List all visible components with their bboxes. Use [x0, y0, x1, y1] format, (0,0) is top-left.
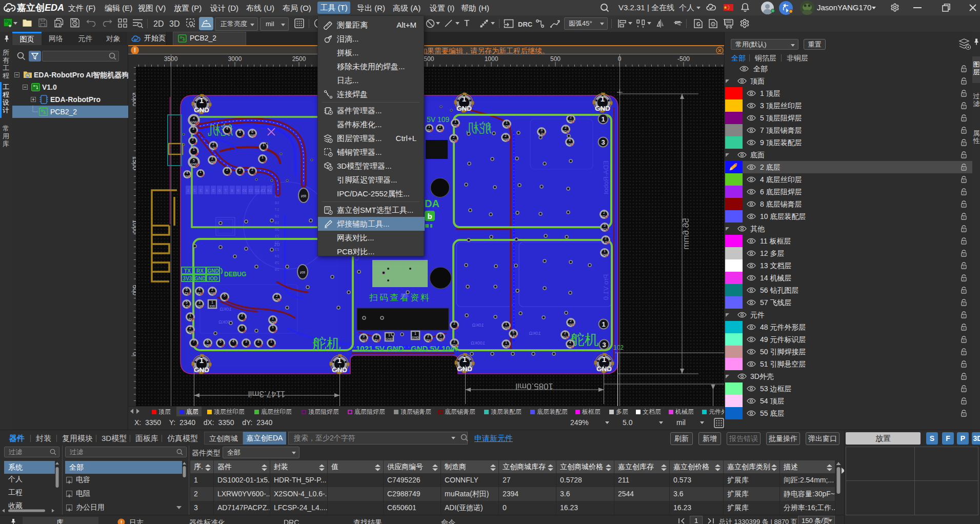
svg-text:U1: U1	[274, 242, 280, 247]
svg-text:TX: TX	[185, 292, 189, 295]
svg-text:2: 2	[211, 288, 213, 291]
svg-text:-500: -500	[677, 55, 690, 63]
svg-text:IOB: IOB	[274, 298, 279, 301]
svg-text:GND: GND	[209, 292, 216, 295]
svg-text:10KΩ: 10KΩ	[219, 307, 231, 312]
svg-text:1: 1	[272, 316, 274, 320]
svg-text:扫码查看资料: 扫码查看资料	[369, 293, 431, 303]
svg-text:GND: GND	[502, 138, 509, 141]
svg-text:1: 1	[463, 355, 467, 364]
svg-text:3V3: 3V3	[183, 276, 192, 281]
svg-text:SCL: SCL	[562, 335, 568, 338]
svg-text:1: 1	[454, 119, 456, 123]
svg-text:1: 1	[505, 340, 507, 344]
svg-text:1: 1	[414, 332, 416, 335]
svg-text:2: 2	[226, 168, 228, 171]
svg-text:1085.0mil: 1085.0mil	[515, 381, 553, 391]
svg-text:DA: DA	[425, 198, 439, 209]
svg-text:4: 4	[193, 116, 195, 120]
svg-text:1: 1	[187, 188, 189, 193]
svg-text:IOD: IOD	[209, 276, 218, 281]
svg-text:GND: GND	[386, 337, 393, 340]
svg-text:3: 3	[541, 128, 543, 132]
svg-text:23: 23	[274, 247, 279, 252]
svg-text:6: 6	[218, 188, 221, 193]
svg-text:1: 1	[199, 356, 204, 365]
svg-text:3: 3	[363, 334, 365, 338]
svg-text:1: 1	[241, 325, 243, 329]
svg-text:GND: GND	[184, 175, 191, 178]
svg-text:2: 2	[192, 137, 194, 141]
svg-text:GND: GND	[204, 344, 211, 347]
svg-text:2: 2	[453, 339, 455, 343]
svg-text:SDA: SDA	[601, 215, 607, 218]
svg-text:RN: RN	[300, 271, 305, 274]
svg-text:1: 1	[199, 96, 204, 105]
svg-text:2: 2	[570, 319, 572, 323]
svg-text:1: 1	[602, 355, 606, 364]
svg-text:RN: RN	[301, 194, 306, 198]
svg-text:IO21: IO21	[360, 338, 367, 341]
svg-text:2: 2	[564, 331, 566, 335]
svg-text:2: 2	[241, 313, 243, 317]
svg-text:14: 14	[267, 188, 272, 193]
svg-text:TX: TX	[184, 268, 191, 274]
svg-text:IOD: IOD	[210, 305, 215, 308]
svg-text:1: 1	[211, 300, 213, 304]
svg-text:56.6mm: 56.6mm	[681, 218, 691, 249]
svg-text:SCL: SCL	[602, 228, 608, 231]
svg-text:IO9: IO9	[437, 129, 443, 132]
svg-text:10: 10	[242, 188, 247, 193]
svg-text:3.3V: 3.3V	[184, 305, 190, 308]
svg-text:3: 3	[199, 188, 202, 193]
svg-text:5: 5	[239, 130, 241, 133]
svg-text:6: 6	[186, 288, 188, 291]
svg-text:100KΩ: 100KΩ	[471, 340, 485, 346]
svg-text:舵机: 舵机	[312, 336, 341, 352]
svg-text:2: 2	[505, 134, 507, 137]
svg-text:LN: LN	[211, 146, 215, 149]
svg-text:GND: GND	[503, 326, 510, 329]
svg-text:1: 1	[604, 249, 606, 253]
svg-text:25: 25	[274, 260, 279, 265]
svg-text:IO14: IO14	[567, 345, 574, 348]
svg-text:GND: GND	[457, 365, 472, 373]
svg-text:10KΩ: 10KΩ	[472, 323, 484, 328]
svg-text:2: 2	[375, 334, 377, 338]
svg-text:1: 1	[199, 170, 202, 173]
svg-text:GND: GND	[566, 143, 573, 146]
svg-text:RX: RX	[197, 292, 202, 295]
svg-text:!: !	[134, 47, 136, 54]
svg-text:2: 2	[189, 326, 191, 330]
svg-text:5: 5	[193, 158, 195, 162]
svg-text:4: 4	[226, 127, 228, 130]
svg-text:12: 12	[254, 188, 259, 193]
svg-text:2: 2	[439, 125, 441, 128]
svg-text:GND: GND	[196, 305, 203, 308]
svg-text:3.3V: 3.3V	[603, 240, 609, 244]
svg-text:500: 500	[131, 285, 136, 295]
svg-text:1: 1	[262, 155, 264, 159]
svg-text:3: 3	[245, 339, 247, 343]
svg-text:13: 13	[261, 188, 265, 193]
svg-text:GND: GND	[190, 120, 197, 124]
svg-text:4: 4	[198, 288, 201, 291]
svg-text:GND: GND	[249, 134, 256, 137]
svg-text:11: 11	[248, 188, 253, 193]
svg-text:1: 1	[388, 333, 390, 337]
svg-text:3: 3	[198, 300, 201, 304]
svg-text:2500: 2500	[292, 55, 306, 63]
svg-text:2: 2	[251, 168, 253, 171]
svg-text:3.3V: 3.3V	[510, 334, 516, 337]
svg-text:GND: GND	[412, 336, 419, 339]
svg-text:0: 0	[131, 352, 136, 356]
svg-text:5: 5	[512, 330, 514, 334]
svg-text:5V: 5V	[426, 338, 430, 341]
svg-text:1: 1	[462, 94, 466, 103]
svg-text:7: 7	[193, 339, 195, 343]
svg-text:GND: GND	[194, 276, 206, 281]
svg-text:1021 5V GND: 1021 5V GND	[356, 344, 404, 353]
svg-text:1: 1	[263, 143, 265, 147]
svg-text:10KΩ: 10KΩ	[529, 331, 541, 336]
svg-text:GND: GND	[187, 330, 194, 333]
